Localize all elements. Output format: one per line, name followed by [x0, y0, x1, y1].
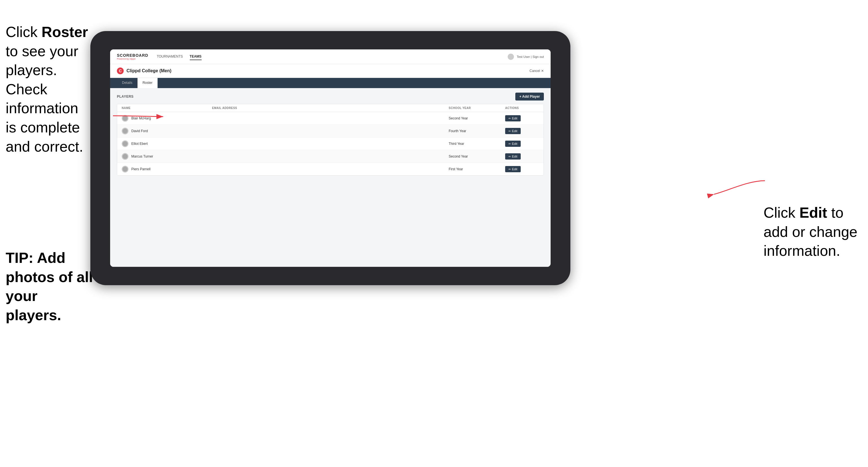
tablet-device: SCOREBOARD Powered by clippd TOURNAMENTS… — [90, 31, 570, 285]
edit-button[interactable]: ✏Edit — [505, 128, 521, 134]
school-year: Third Year — [449, 142, 505, 146]
tip-text: TIP: Add photos of all your players. — [6, 250, 93, 323]
roster-bold: Roster — [41, 24, 88, 40]
player-name: David Ford — [131, 129, 148, 133]
nav-logo: SCOREBOARD Powered by clippd — [117, 53, 148, 60]
nav-teams[interactable]: TEAMS — [190, 53, 202, 60]
edit-button[interactable]: ✏Edit — [505, 115, 521, 121]
tab-details[interactable]: Details — [117, 78, 137, 88]
edit-button[interactable]: ✏Edit — [505, 166, 521, 172]
right-instruction: Click Edit to add or change information. — [764, 203, 860, 260]
instruction-text: Click Roster to see your players. Check … — [6, 24, 88, 155]
left-arrow — [110, 106, 166, 126]
main-content: PLAYERS + Add Player NAME EMAIL ADDRESS … — [110, 88, 551, 267]
col-email: EMAIL ADDRESS — [212, 106, 449, 110]
player-cell: Elliot Ebert — [122, 140, 212, 147]
pencil-icon: ✏ — [508, 117, 511, 120]
tip-block: TIP: Add photos of all your players. — [6, 248, 96, 325]
team-name: Clippd College (Men) — [126, 68, 529, 73]
nav-links: TOURNAMENTS TEAMS — [157, 53, 508, 60]
table-row: Elliot Ebert Third Year ✏Edit — [117, 137, 544, 150]
user-label: Test User | Sign out — [517, 55, 544, 58]
players-table: NAME EMAIL ADDRESS SCHOOL YEAR ACTIONS B… — [117, 104, 544, 176]
player-name: Piers Parnell — [131, 167, 151, 171]
player-name: Elliot Ebert — [131, 142, 148, 146]
team-logo: C — [117, 67, 124, 74]
tabs-bar: Details Roster — [110, 78, 551, 88]
players-label: PLAYERS — [117, 95, 133, 98]
actions-cell: ✏Edit — [505, 166, 539, 172]
add-player-button[interactable]: + Add Player — [515, 93, 544, 100]
nav-tournaments[interactable]: TOURNAMENTS — [157, 53, 183, 60]
avatar — [122, 166, 128, 173]
school-year: Second Year — [449, 154, 505, 158]
player-cell: Piers Parnell — [122, 166, 212, 173]
player-name: Marcus Turner — [131, 154, 153, 158]
tab-roster[interactable]: Roster — [137, 78, 158, 88]
user-avatar — [508, 54, 514, 60]
table-row: David Ford Fourth Year ✏Edit — [117, 125, 544, 137]
school-year: First Year — [449, 167, 505, 171]
player-cell: David Ford — [122, 128, 212, 134]
pencil-icon: ✏ — [508, 142, 511, 146]
players-header: PLAYERS + Add Player — [117, 93, 544, 100]
logo-sub: Powered by clippd — [117, 58, 148, 60]
actions-cell: ✏Edit — [505, 128, 539, 134]
logo-title: SCOREBOARD — [117, 53, 148, 58]
right-arrow — [706, 175, 768, 203]
table-header: NAME EMAIL ADDRESS SCHOOL YEAR ACTIONS — [117, 104, 544, 112]
col-actions: ACTIONS — [505, 106, 539, 110]
col-year: SCHOOL YEAR — [449, 106, 505, 110]
table-row: Marcus Turner Second Year ✏Edit — [117, 150, 544, 163]
navbar: SCOREBOARD Powered by clippd TOURNAMENTS… — [110, 50, 551, 64]
edit-button[interactable]: ✏Edit — [505, 141, 521, 147]
tablet-screen: SCOREBOARD Powered by clippd TOURNAMENTS… — [110, 50, 551, 267]
actions-cell: ✏Edit — [505, 115, 539, 121]
player-cell: Marcus Turner — [122, 153, 212, 160]
edit-button[interactable]: ✏Edit — [505, 153, 521, 159]
avatar — [122, 128, 128, 134]
table-row: Piers Parnell First Year ✏Edit — [117, 163, 544, 175]
table-row: Blair McHarg Second Year ✏Edit — [117, 112, 544, 125]
actions-cell: ✏Edit — [505, 141, 539, 147]
school-year: Fourth Year — [449, 129, 505, 133]
edit-bold: Edit — [799, 205, 827, 221]
pencil-icon: ✏ — [508, 130, 511, 133]
avatar — [122, 140, 128, 147]
actions-cell: ✏Edit — [505, 153, 539, 159]
pencil-icon: ✏ — [508, 168, 511, 171]
avatar — [122, 153, 128, 160]
team-header: C Clippd College (Men) Cancel ✕ — [110, 64, 551, 78]
nav-user: Test User | Sign out — [508, 54, 544, 60]
right-text: Click Edit to add or change information. — [764, 205, 858, 259]
left-instruction: Click Roster to see your players. Check … — [6, 23, 90, 156]
pencil-icon: ✏ — [508, 155, 511, 158]
cancel-button[interactable]: Cancel ✕ — [529, 69, 544, 73]
school-year: Second Year — [449, 116, 505, 120]
